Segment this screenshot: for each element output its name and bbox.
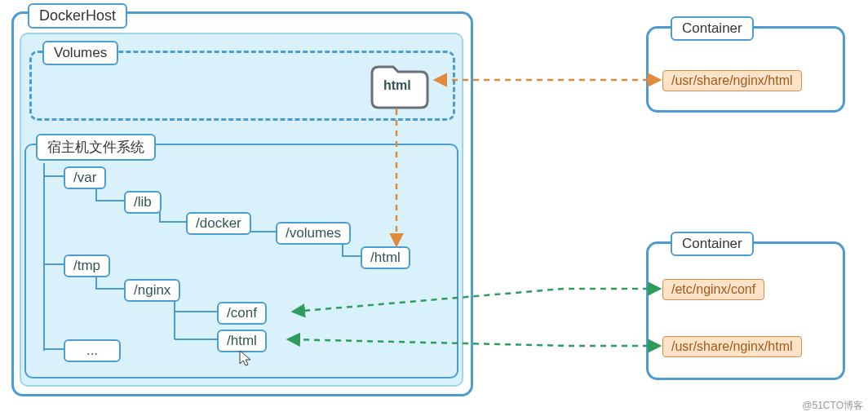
cursor-icon bbox=[0, 0, 868, 416]
